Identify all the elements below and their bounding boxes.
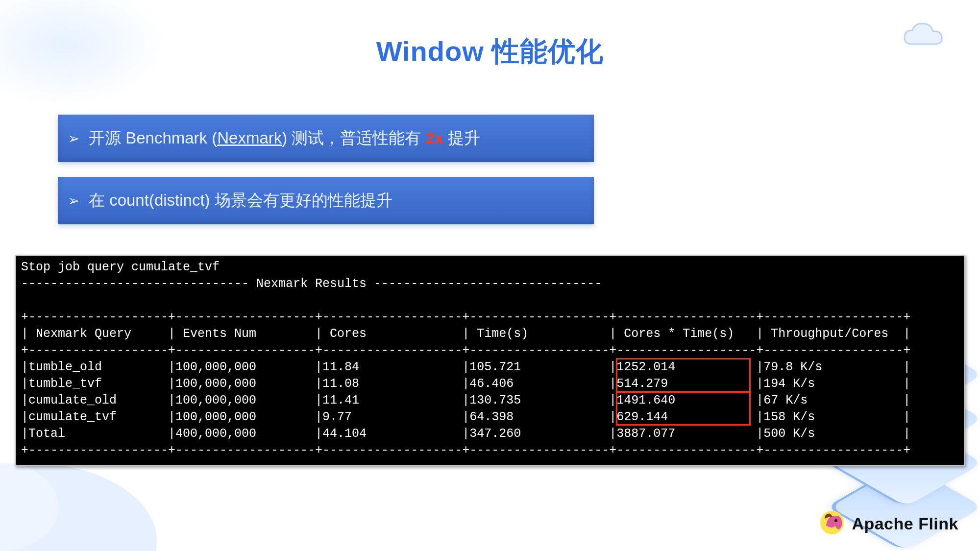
bullet-1-mid: ) 测试，普适性能有: [282, 129, 425, 147]
bullet-1-pre: 开源 Benchmark (: [89, 129, 217, 147]
slide-title: Window 性能优化: [0, 0, 980, 71]
chevron-right-icon: ➢: [68, 130, 80, 147]
bullet-2-text: 在 count(distinct) 场景会有更好的性能提升: [89, 190, 392, 212]
bullet-2: ➢ 在 count(distinct) 场景会有更好的性能提升: [58, 177, 594, 224]
chevron-right-icon: ➢: [68, 192, 80, 209]
highlight-box: [616, 358, 750, 392]
svg-point-1: [0, 463, 59, 551]
bullet-1-hot: 2x: [426, 129, 444, 147]
svg-point-3: [834, 519, 837, 522]
bullet-1-text: 开源 Benchmark (Nexmark) 测试，普适性能有 2x 提升: [89, 127, 480, 149]
footer-logo: Apache Flink: [819, 510, 958, 537]
terminal-output: Stop job query cumulate_tvf ------------…: [15, 255, 965, 466]
footer-brand-text: Apache Flink: [852, 514, 958, 533]
bullet-1: ➢ 开源 Benchmark (Nexmark) 测试，普适性能有 2x 提升: [58, 115, 594, 162]
svg-point-0: [0, 463, 157, 551]
nexmark-link[interactable]: Nexmark: [217, 129, 282, 147]
bullet-1-post: 提升: [443, 129, 480, 147]
highlight-box: [616, 391, 750, 426]
flink-squirrel-icon: [819, 510, 845, 537]
